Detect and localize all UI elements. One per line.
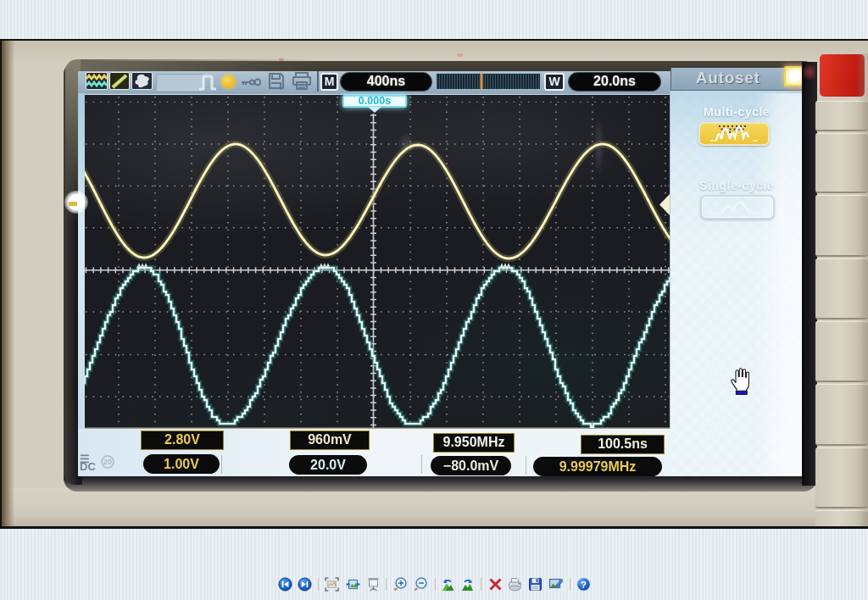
svg-text:?: ? [581,580,587,590]
